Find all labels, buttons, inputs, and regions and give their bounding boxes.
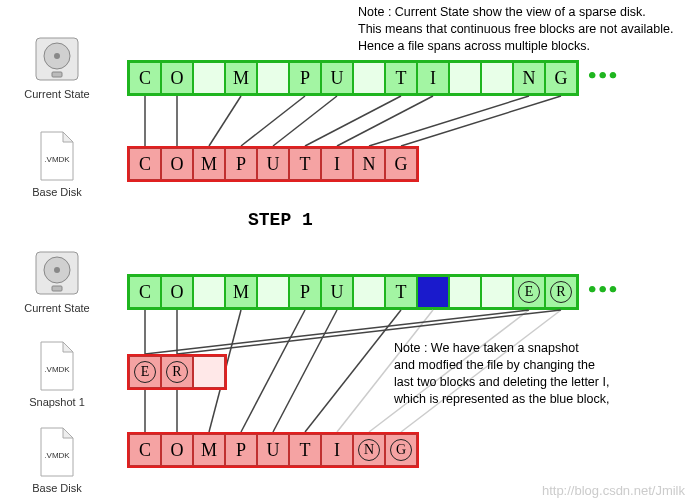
block-cell: U bbox=[321, 62, 353, 94]
hard-disk-icon bbox=[32, 248, 82, 298]
block-cell: G bbox=[385, 148, 417, 180]
block-cell: O bbox=[161, 276, 193, 308]
svg-line-8 bbox=[273, 96, 337, 146]
block-cell: C bbox=[129, 434, 161, 466]
block-cell: P bbox=[225, 434, 257, 466]
current-state-icon-bottom: Current State bbox=[22, 248, 92, 314]
svg-line-12 bbox=[401, 96, 561, 146]
hard-disk-icon bbox=[32, 34, 82, 84]
svg-line-22 bbox=[305, 310, 401, 432]
step-label: STEP 1 bbox=[248, 210, 313, 230]
block-cell: T bbox=[385, 276, 417, 308]
block-cell bbox=[257, 276, 289, 308]
svg-point-2 bbox=[54, 53, 60, 59]
circled-letter: R bbox=[166, 361, 188, 383]
block-cell: C bbox=[129, 148, 161, 180]
block-cell: M bbox=[225, 62, 257, 94]
block-cell: P bbox=[289, 276, 321, 308]
block-cell: U bbox=[257, 148, 289, 180]
sparse-row-bottom: COMPUTER bbox=[127, 274, 579, 310]
block-cell bbox=[193, 276, 225, 308]
current-state-icon-top: Current State bbox=[22, 34, 92, 100]
note-line: which is represented as the blue block, bbox=[394, 391, 609, 408]
block-cell: M bbox=[193, 148, 225, 180]
block-cell: M bbox=[225, 276, 257, 308]
block-cell: T bbox=[385, 62, 417, 94]
note-line: This means that continuous free blocks a… bbox=[358, 21, 673, 38]
vmdk-file-icon: .VMDK bbox=[35, 426, 79, 478]
circled-letter: E bbox=[134, 361, 156, 383]
circled-letter: G bbox=[390, 439, 412, 461]
continuation-dots: ••• bbox=[588, 276, 619, 303]
block-cell bbox=[481, 62, 513, 94]
base-row-top: COMPUTING bbox=[127, 146, 419, 182]
watermark: http://blog.csdn.net/Jmilk bbox=[542, 483, 685, 498]
svg-line-11 bbox=[369, 96, 529, 146]
icon-label: Current State bbox=[22, 88, 92, 100]
svg-line-9 bbox=[305, 96, 401, 146]
icon-label: Snapshot 1 bbox=[24, 396, 90, 408]
base-disk-icon-top: .VMDK Base Disk bbox=[24, 130, 90, 198]
circled-letter: N bbox=[358, 439, 380, 461]
sparse-row-top: COMPUTING bbox=[127, 60, 579, 96]
note-bottom: Note : We have taken a snapshot and modf… bbox=[394, 340, 609, 408]
note-line: last two blocks and deleting the letter … bbox=[394, 374, 609, 391]
snapshot-icon: .VMDK Snapshot 1 bbox=[24, 340, 90, 408]
block-cell: I bbox=[321, 148, 353, 180]
block-cell: O bbox=[161, 148, 193, 180]
block-cell: N bbox=[353, 148, 385, 180]
vmdk-file-icon: .VMDK bbox=[35, 340, 79, 392]
block-cell: U bbox=[321, 276, 353, 308]
svg-line-7 bbox=[241, 96, 305, 146]
note-line: Hence a file spans across multiple block… bbox=[358, 38, 673, 55]
icon-label: Base Disk bbox=[24, 186, 90, 198]
svg-rect-3 bbox=[52, 72, 62, 77]
svg-line-6 bbox=[209, 96, 241, 146]
circled-letter: E bbox=[518, 281, 540, 303]
block-cell bbox=[193, 356, 225, 388]
note-line: Note : Current State show the view of a … bbox=[358, 4, 673, 21]
block-cell: N bbox=[513, 62, 545, 94]
note-line: and modfied the file by changing the bbox=[394, 357, 609, 374]
block-cell: P bbox=[289, 62, 321, 94]
block-cell: T bbox=[289, 148, 321, 180]
block-cell: G bbox=[385, 434, 417, 466]
block-cell: P bbox=[225, 148, 257, 180]
snapshot-row: ER bbox=[127, 354, 227, 390]
vmdk-text: .VMDK bbox=[44, 365, 70, 374]
note-line: Note : We have taken a snapshot bbox=[394, 340, 609, 357]
block-cell bbox=[449, 276, 481, 308]
block-cell: C bbox=[129, 276, 161, 308]
vmdk-text: .VMDK bbox=[44, 155, 70, 164]
block-cell bbox=[353, 276, 385, 308]
block-cell bbox=[257, 62, 289, 94]
block-cell: R bbox=[161, 356, 193, 388]
block-cell: C bbox=[129, 62, 161, 94]
svg-line-10 bbox=[337, 96, 433, 146]
block-cell: U bbox=[257, 434, 289, 466]
svg-rect-16 bbox=[52, 286, 62, 291]
svg-line-20 bbox=[241, 310, 305, 432]
block-cell: G bbox=[545, 62, 577, 94]
block-cell bbox=[449, 62, 481, 94]
block-cell: O bbox=[161, 434, 193, 466]
vmdk-text: .VMDK bbox=[44, 451, 70, 460]
continuation-dots: ••• bbox=[588, 62, 619, 89]
block-cell: T bbox=[289, 434, 321, 466]
block-cell: I bbox=[417, 62, 449, 94]
block-cell: O bbox=[161, 62, 193, 94]
vmdk-file-icon: .VMDK bbox=[35, 130, 79, 182]
block-cell: E bbox=[129, 356, 161, 388]
circled-letter: R bbox=[550, 281, 572, 303]
base-row-bottom: COMPUTING bbox=[127, 432, 419, 468]
note-top: Note : Current State show the view of a … bbox=[358, 4, 673, 55]
block-cell: N bbox=[353, 434, 385, 466]
icon-label: Base Disk bbox=[24, 482, 90, 494]
block-cell bbox=[193, 62, 225, 94]
block-cell: R bbox=[545, 276, 577, 308]
block-cell: I bbox=[321, 434, 353, 466]
svg-point-15 bbox=[54, 267, 60, 273]
block-cell bbox=[353, 62, 385, 94]
block-cell: E bbox=[513, 276, 545, 308]
block-cell: M bbox=[193, 434, 225, 466]
